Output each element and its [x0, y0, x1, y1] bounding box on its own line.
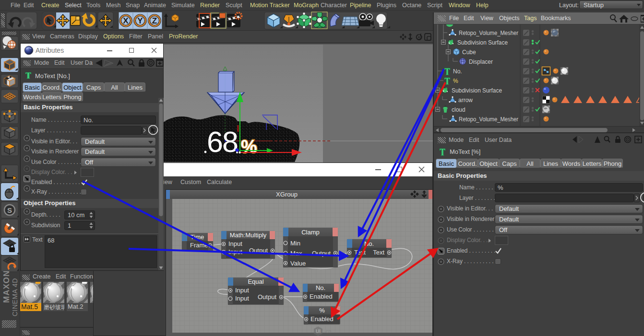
svg-text:Clamp: Clamp [301, 229, 320, 236]
svg-text:No.: No. [453, 68, 462, 75]
svg-text:Equal: Equal [248, 278, 263, 285]
svg-text:Max: Max [290, 250, 302, 257]
svg-text:Value: Value [290, 260, 306, 267]
svg-text:Math:Multiply: Math:Multiply [230, 232, 267, 239]
svg-text:arrow: arrow [458, 97, 473, 104]
svg-text:X: X [123, 16, 129, 25]
svg-text:Text: Text [354, 249, 366, 256]
svg-text:Displacer: Displacer [469, 58, 493, 65]
svg-text:Output: Output [258, 293, 276, 301]
svg-text:%: % [453, 78, 458, 84]
svg-text:Cube: Cube [462, 49, 476, 56]
svg-text:Input: Input [228, 240, 242, 247]
svg-text:No.: No. [364, 240, 374, 247]
svg-text:%: % [319, 307, 325, 314]
svg-text:Input: Input [235, 295, 249, 302]
svg-text:Output: Output [249, 247, 268, 254]
svg-text:Retopo_Volume_Mesher: Retopo_Volume_Mesher [459, 116, 518, 123]
svg-text:UI: UI [316, 329, 321, 334]
svg-text:S: S [7, 206, 12, 214]
svg-text:No.: No. [316, 284, 325, 291]
svg-text:Subdivision Surface: Subdivision Surface [457, 39, 508, 46]
svg-text:Frame: Frame [190, 242, 208, 249]
svg-text:Output: Output [312, 250, 331, 257]
svg-text:%: % [241, 137, 257, 157]
svg-text:cloud: cloud [452, 106, 465, 113]
svg-text:Z: Z [152, 16, 157, 25]
svg-text:MAXON: MAXON [2, 270, 11, 303]
svg-text:Text: Text [373, 249, 384, 256]
svg-text:Time: Time [191, 233, 204, 241]
svg-text:Enabled: Enabled [310, 293, 333, 300]
svg-text:Retopo_Volume_Mesher: Retopo_Volume_Mesher [459, 30, 518, 36]
svg-text:Y: Y [137, 16, 143, 25]
svg-text:Input: Input [235, 287, 249, 294]
svg-text:68: 68 [207, 126, 238, 158]
svg-text:·cn: ·cn [324, 328, 331, 334]
svg-text:Enabled: Enabled [310, 315, 334, 323]
svg-text:Subdivision Surface: Subdivision Surface [452, 87, 502, 94]
svg-text:CINEMA 4D: CINEMA 4D [11, 278, 19, 316]
svg-text:Min: Min [290, 240, 300, 247]
svg-text:Input: Input [228, 248, 242, 255]
